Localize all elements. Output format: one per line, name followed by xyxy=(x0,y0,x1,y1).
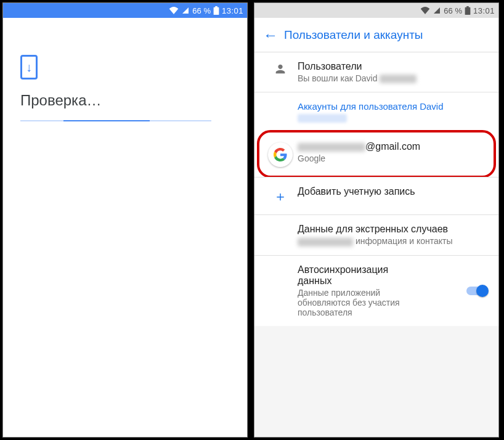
autosync-subtitle: Данные приложений обновляются без участи… xyxy=(298,288,433,317)
users-title: Пользователи xyxy=(298,61,490,72)
person-icon xyxy=(274,62,287,78)
emergency-title: Данные для экстренных случаев xyxy=(298,224,490,235)
autosync-toggle[interactable] xyxy=(466,285,489,297)
back-arrow-icon[interactable]: ← xyxy=(261,22,284,49)
download-icon xyxy=(20,55,38,79)
autosync-title: Автосинхронизация данных xyxy=(298,264,421,287)
wifi-icon xyxy=(420,7,430,14)
autosync-row[interactable]: Автосинхронизация данных Данные приложен… xyxy=(254,255,498,326)
emergency-subtitle: информация и контакты xyxy=(298,236,490,246)
wifi-icon xyxy=(169,7,179,14)
google-icon xyxy=(268,142,293,167)
cellular-icon xyxy=(433,7,441,14)
screen-verification: 66 % 13:01 Проверка… xyxy=(2,2,248,438)
redacted-email-prefix xyxy=(298,143,365,152)
redacted-text xyxy=(298,238,353,246)
redacted-name xyxy=(380,75,417,83)
status-time: 13:01 xyxy=(473,6,495,15)
account-provider: Google xyxy=(298,153,490,163)
battery-icon xyxy=(213,6,219,15)
users-row[interactable]: Пользователи Вы вошли как David xyxy=(254,52,498,92)
status-bar: 66 % 13:01 xyxy=(3,3,247,18)
cellular-icon xyxy=(181,7,190,14)
status-bar: 66 % 13:01 xyxy=(254,3,498,18)
progress-bar xyxy=(20,120,211,121)
accounts-section-label: Аккаунты для пользователя David xyxy=(254,92,498,131)
status-time: 13:01 xyxy=(222,6,243,15)
app-bar: ← Пользователи и аккаунты xyxy=(254,18,498,52)
battery-percent: 66 % xyxy=(444,6,462,15)
page-title: Пользователи и аккаунты xyxy=(284,28,423,42)
account-email: @gmail.com xyxy=(298,141,490,152)
battery-icon xyxy=(465,6,471,15)
verification-title: Проверка… xyxy=(20,92,230,109)
users-subtitle: Вы вошли как David xyxy=(298,73,490,83)
battery-percent: 66 % xyxy=(192,6,211,15)
redacted-name xyxy=(298,114,347,123)
emergency-info-row[interactable]: Данные для экстренных случаев информация… xyxy=(254,214,498,255)
add-account-row[interactable]: ＋ Добавить учетную запись xyxy=(254,177,498,214)
google-account-row[interactable]: @gmail.com Google xyxy=(254,131,498,177)
add-account-label: Добавить учетную запись xyxy=(298,186,490,197)
screen-accounts-settings: 66 % 13:01 ← Пользователи и аккаунты Пол… xyxy=(254,2,499,438)
plus-icon: ＋ xyxy=(274,187,287,206)
settings-list: Пользователи Вы вошли как David Аккаунты… xyxy=(254,52,498,437)
